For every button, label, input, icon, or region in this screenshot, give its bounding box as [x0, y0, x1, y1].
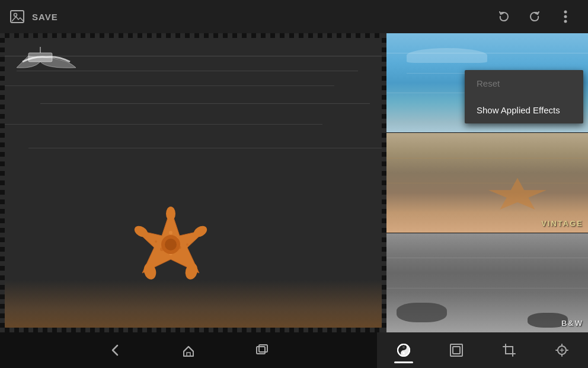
svg-rect-31: [506, 347, 513, 354]
tool-frames[interactable]: [442, 336, 471, 364]
bottom-nav: [0, 332, 588, 368]
photo-icon: [9, 8, 26, 25]
home-button[interactable]: [175, 337, 202, 363]
home-icon: [180, 342, 197, 359]
system-nav-bar: [0, 332, 377, 368]
tool-bar: [377, 332, 588, 368]
checker-left: [0, 33, 5, 332]
tool-crop[interactable]: [495, 336, 523, 364]
checker-bottom: [0, 328, 386, 332]
toolbar-right: [491, 4, 579, 30]
redo-icon: [527, 9, 542, 24]
bw-label: B&W: [561, 319, 583, 328]
adjust-icon: [554, 342, 570, 359]
undo-icon: [496, 9, 512, 24]
main-photo-canvas: [0, 33, 386, 332]
checker-top: [0, 33, 386, 38]
back-icon: [107, 342, 123, 359]
more-icon: [564, 9, 567, 24]
dropdown-show-applied-effects[interactable]: Show Applied Effects: [465, 97, 583, 123]
svg-rect-24: [259, 345, 267, 352]
content-area: VINTAGE B&W Reset Show Applied Effects: [0, 33, 588, 332]
svg-rect-30: [453, 347, 460, 354]
tool-adjust[interactable]: [548, 336, 576, 364]
thumb-vintage-image: [386, 133, 588, 232]
svg-point-13: [155, 240, 157, 243]
filter-thumb-bw[interactable]: B&W: [386, 233, 588, 332]
svg-point-27: [402, 346, 405, 348]
thumb-bw-image: [386, 233, 588, 332]
svg-point-3: [564, 15, 567, 18]
dropdown-menu: Reset Show Applied Effects: [465, 70, 583, 123]
right-panel: VINTAGE B&W Reset Show Applied Effects: [386, 33, 588, 332]
boat-svg: [11, 44, 82, 74]
save-label[interactable]: SAVE: [32, 12, 58, 22]
filter-icon: [395, 342, 412, 359]
checker-right: [382, 33, 386, 332]
svg-point-4: [564, 20, 567, 23]
svg-point-15: [166, 207, 175, 221]
svg-point-21: [165, 239, 177, 250]
save-icon[interactable]: SAVE: [9, 8, 58, 25]
more-options-button[interactable]: [552, 4, 579, 30]
redo-button[interactable]: [522, 4, 548, 30]
filter-thumb-vintage[interactable]: VINTAGE: [386, 133, 588, 233]
main-photo-image: [5, 38, 382, 328]
frame-icon: [448, 342, 465, 359]
top-toolbar: SAVE: [0, 0, 588, 33]
crop-icon: [501, 342, 517, 359]
recents-icon: [254, 342, 270, 359]
back-button[interactable]: [102, 337, 128, 363]
svg-point-1: [14, 14, 17, 17]
svg-rect-23: [257, 347, 265, 354]
svg-point-14: [186, 243, 188, 246]
dropdown-reset[interactable]: Reset: [465, 70, 583, 97]
recents-button[interactable]: [249, 337, 275, 363]
tool-filters[interactable]: [389, 336, 418, 364]
svg-point-7: [169, 231, 172, 234]
svg-point-28: [402, 352, 405, 354]
undo-button[interactable]: [491, 4, 517, 30]
svg-point-2: [564, 11, 567, 14]
vintage-label: VINTAGE: [541, 219, 583, 228]
toolbar-left: SAVE: [9, 8, 58, 25]
